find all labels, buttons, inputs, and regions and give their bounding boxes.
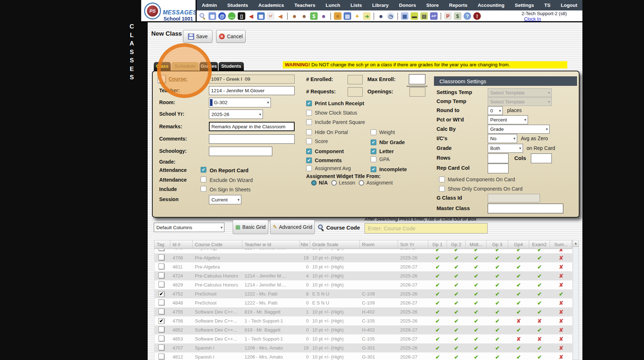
nav-item-store[interactable]: Store: [424, 3, 442, 8]
clock-in-link[interactable]: Clock In: [524, 16, 541, 22]
school-yr-select[interactable]: 2025-26▾: [209, 110, 263, 119]
option-checkbox-include-parent-square[interactable]: [306, 119, 312, 125]
table-row-4852[interactable]: 4852Software Dev C++...819 - Mr. Baggett…: [155, 325, 572, 334]
openings-input[interactable]: [410, 87, 425, 97]
session-select[interactable]: Current▾: [209, 195, 241, 204]
exclude-on-wizard-checkbox[interactable]: [201, 177, 206, 182]
nav-item-admin[interactable]: Admin: [199, 3, 220, 8]
room-select[interactable]: G-302▾: [209, 98, 271, 107]
megaphone-icon[interactable]: ◀: [277, 12, 284, 20]
col-header-teacherwid[interactable]: Teacher w Id: [242, 240, 300, 249]
ap-icon[interactable]: A/P: [430, 12, 438, 20]
schoology-input[interactable]: [209, 147, 272, 156]
option-checkbox-hide-on-portal[interactable]: [306, 129, 312, 135]
enrolled-input[interactable]: [348, 75, 363, 84]
announce-icon[interactable]: ◀: [247, 12, 255, 20]
radio-lesson[interactable]: [331, 180, 337, 186]
mobile-icon[interactable]: ▯: [238, 12, 245, 20]
periods-grid-icon[interactable]: ▦: [209, 12, 216, 20]
rep-card-col-input[interactable]: [488, 164, 509, 173]
table-row-4752[interactable]: ✔4752PreSchool1222 - Ms. Patti8E S N UC-…: [155, 289, 572, 298]
alert-icon[interactable]: !: [473, 12, 481, 20]
table-row-4845[interactable]: 4845Physiology1214 - Jennifer M....010 p…: [155, 249, 572, 253]
tab-class[interactable]: Class: [154, 62, 171, 71]
tag-checkbox[interactable]: [158, 254, 164, 260]
table-row-4811[interactable]: 4811Pre-Algebra010 pt +/- (High)2026-27✔…: [155, 262, 572, 271]
timeclock-icon[interactable]: ◷: [387, 12, 394, 20]
calc-by-select[interactable]: Grade▾: [488, 125, 550, 134]
col-header-coursecode[interactable]: Course Code: [193, 240, 242, 249]
table-scrollbar[interactable]: ▲: [573, 240, 579, 360]
on-sign-in-sheets-checkbox[interactable]: [201, 186, 206, 192]
tag-checkbox[interactable]: [158, 249, 164, 251]
course-input[interactable]: [209, 75, 295, 84]
nav-item-teachers[interactable]: Teachers: [291, 3, 318, 8]
nav-item-logout[interactable]: Logout: [558, 3, 580, 8]
settings-temp-select[interactable]: Select Template▾: [488, 88, 552, 97]
table-row-4724[interactable]: 4724Pre-Calculus Honors1214 - Jennifer M…: [155, 271, 572, 280]
master-class-input[interactable]: [488, 204, 563, 213]
course-link[interactable]: Course:: [169, 76, 188, 82]
on-report-card-checkbox[interactable]: ✔: [201, 167, 206, 173]
advanced-grid-button[interactable]: ✎ Advanced Grid: [270, 220, 315, 234]
col-header-nbr[interactable]: Nbr: [300, 240, 310, 249]
date-icon[interactable]: 17: [267, 12, 274, 20]
radio-na[interactable]: [311, 180, 317, 186]
cancel-button[interactable]: ✕ Cancel: [216, 30, 246, 43]
round-to-select[interactable]: 0▾: [488, 106, 503, 115]
tab-grades[interactable]: Grades: [200, 62, 218, 71]
rows-input[interactable]: [488, 154, 509, 163]
scroll-up-icon[interactable]: ▲: [573, 240, 578, 247]
lunch-icon[interactable]: ≡: [334, 12, 341, 20]
option-checkbox-show-only-components-on-card[interactable]: [439, 186, 445, 192]
table-row-4848[interactable]: 4848PreSchool1222 - Ms. Patti0E S N UC-1…: [155, 298, 572, 307]
locker-icon[interactable]: ▤: [344, 12, 351, 20]
ics-select[interactable]: No▾: [488, 134, 517, 143]
table-row-4706[interactable]: 4706Pre-Algebra1910 pt +/- (High)2025-26…: [155, 253, 572, 262]
radio-assignment[interactable]: [359, 180, 364, 186]
table-row-4853[interactable]: 4853Software Dev C++...1 - Tech Support-…: [155, 334, 572, 343]
max-enroll-input[interactable]: [409, 74, 425, 84]
gridview-icon[interactable]: ▦: [401, 12, 408, 20]
remarks-input[interactable]: [209, 122, 295, 131]
cols-input[interactable]: [531, 154, 552, 163]
payment-icon[interactable]: $: [310, 12, 318, 20]
requests-input[interactable]: [348, 87, 363, 97]
card-icon[interactable]: ▬: [411, 12, 418, 20]
option-checkbox-comments[interactable]: ✔: [306, 157, 312, 163]
student-icon[interactable]: ☻: [300, 12, 308, 20]
col-header-exam2[interactable]: Exam2: [529, 240, 550, 249]
nav-item-students[interactable]: Students: [224, 3, 251, 8]
nav-item-academics[interactable]: Academics: [255, 3, 287, 8]
option-checkbox-incomplete[interactable]: ✔: [371, 166, 376, 172]
col-header-gp1[interactable]: Gp 1: [428, 240, 447, 249]
option-checkbox-nbr-grade[interactable]: ✔: [371, 139, 376, 145]
calendar-icon[interactable]: ▦: [257, 12, 265, 20]
col-header-gp4[interactable]: Gp4: [508, 240, 529, 249]
staff-icon[interactable]: ☻: [377, 12, 385, 20]
tab-schedule[interactable]: Schedule: [171, 62, 199, 71]
col-header-tag[interactable]: Tag: [155, 240, 170, 249]
nav-item-reports[interactable]: Reports: [446, 3, 470, 8]
save-button[interactable]: Save: [183, 30, 213, 43]
col-header-room[interactable]: Room: [360, 240, 398, 249]
tag-checkbox[interactable]: [158, 326, 164, 332]
pct-wtd-select[interactable]: Percent▾: [488, 115, 528, 124]
tag-checkbox[interactable]: [158, 299, 164, 305]
forward-note-icon[interactable]: ➔: [363, 12, 371, 20]
comments-input[interactable]: [209, 134, 295, 144]
option-checkbox-score[interactable]: [306, 138, 312, 144]
tag-checkbox[interactable]: [158, 354, 164, 359]
option-checkbox-show-clock-status[interactable]: [306, 110, 312, 116]
option-checkbox-marked-components-on-card[interactable]: [439, 177, 445, 182]
print-card-icon[interactable]: ▤: [420, 12, 428, 20]
nav-item-settings[interactable]: Settings: [512, 3, 537, 8]
grade-rep-select[interactable]: Both▾: [488, 144, 523, 153]
course-checkbox[interactable]: [158, 75, 166, 83]
option-checkbox-gpa[interactable]: [371, 156, 376, 162]
tag-checkbox[interactable]: [158, 263, 164, 269]
tag-checkbox[interactable]: ✔: [158, 318, 164, 324]
tag-checkbox[interactable]: ✔: [158, 291, 164, 297]
add-student-icon[interactable]: ☻: [291, 12, 298, 20]
bell-icon[interactable]: ✦: [353, 12, 361, 20]
